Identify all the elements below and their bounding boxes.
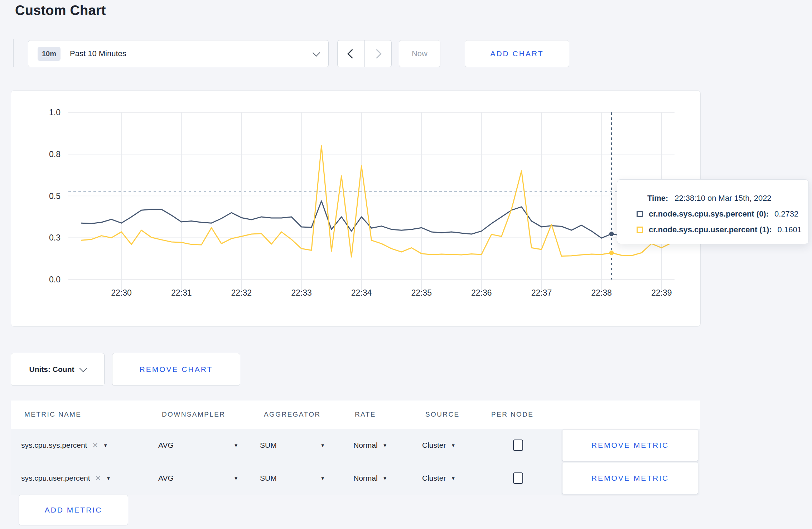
series-line [81, 146, 671, 257]
source-value: Cluster [422, 474, 446, 482]
tooltip-series-name: cr.node.sys.cpu.sys.percent (0): [649, 209, 769, 219]
metrics-table-header: METRIC NAME DOWNSAMPLER AGGREGATOR RATE … [11, 401, 700, 429]
table-row: sys.cpu.sys.percent ✕ ▼ AVG ▼ SUM ▼ Norm… [11, 429, 700, 462]
svg-text:22:34: 22:34 [351, 288, 372, 297]
tooltip-series-value: 0.2732 [774, 209, 798, 219]
downsampler-value: AVG [158, 474, 174, 482]
time-pager [337, 40, 392, 67]
caret-down-icon: ▼ [383, 443, 387, 448]
rate-value: Normal [353, 441, 378, 450]
tooltip-time-label: Time: [647, 194, 668, 203]
caret-down-icon: ▼ [234, 476, 238, 481]
chevron-down-icon [79, 364, 87, 372]
svg-text:22:35: 22:35 [411, 288, 432, 297]
time-range-label: Past 10 Minutes [70, 49, 314, 58]
svg-text:0.5: 0.5 [49, 191, 61, 201]
rate-select[interactable]: Normal ▼ [353, 429, 387, 462]
units-label: Units: Count [29, 365, 74, 374]
add-metric-button[interactable]: ADD METRIC [19, 495, 128, 525]
remove-metric-button[interactable]: REMOVE METRIC [562, 429, 698, 461]
toolbar-divider [13, 39, 14, 67]
per-node-checkbox[interactable] [513, 440, 523, 451]
col-header-metric-name: METRIC NAME [24, 411, 81, 418]
aggregator-value: SUM [260, 441, 277, 450]
col-header-downsampler: DOWNSAMPLER [162, 411, 225, 418]
svg-text:22:32: 22:32 [231, 288, 252, 297]
chevron-down-icon [313, 49, 320, 56]
col-header-per-node: PER NODE [491, 411, 533, 418]
col-header-aggregator: AGGREGATOR [264, 411, 320, 418]
source-select[interactable]: Cluster ▼ [422, 462, 455, 495]
caret-down-icon: ▼ [106, 476, 111, 481]
svg-text:22:36: 22:36 [471, 288, 492, 297]
units-select[interactable]: Units: Count [11, 353, 105, 386]
prev-time-button[interactable] [338, 40, 365, 67]
caret-down-icon: ▼ [451, 443, 456, 448]
chart-hover-tooltip: Time: 22:38:10 on Mar 15th, 2022 cr.node… [617, 179, 809, 244]
rate-value: Normal [353, 474, 378, 482]
source-select[interactable]: Cluster ▼ [422, 429, 455, 462]
caret-down-icon: ▼ [320, 443, 325, 448]
svg-text:0.8: 0.8 [49, 150, 61, 159]
page-title: Custom Chart [15, 3, 106, 18]
rate-select[interactable]: Normal ▼ [353, 462, 387, 495]
downsampler-select[interactable]: AVG ▼ [158, 462, 238, 495]
svg-text:22:31: 22:31 [171, 288, 192, 297]
svg-text:22:37: 22:37 [531, 288, 552, 297]
svg-text:22:33: 22:33 [291, 288, 312, 297]
caret-down-icon: ▼ [320, 476, 325, 481]
tooltip-series-name: cr.node.sys.cpu.user.percent (1): [649, 225, 772, 234]
remove-metric-button[interactable]: REMOVE METRIC [562, 462, 698, 494]
tooltip-series-row: cr.node.sys.cpu.user.percent (1): 0.1601 [637, 222, 808, 238]
tooltip-time-row: Time: 22:38:10 on Mar 15th, 2022 [637, 190, 808, 206]
time-scale-badge: 10m [38, 47, 61, 61]
chevron-left-icon [347, 49, 357, 59]
caret-down-icon: ▼ [234, 443, 238, 448]
downsampler-select[interactable]: AVG ▼ [158, 429, 238, 462]
tooltip-time-value: 22:38:10 on Mar 15th, 2022 [675, 194, 771, 203]
table-row: sys.cpu.user.percent ✕ ▼ AVG ▼ SUM ▼ Nor… [11, 462, 700, 495]
metric-name-value: sys.cpu.user.percent [21, 474, 90, 482]
per-node-checkbox[interactable] [513, 472, 523, 484]
caret-down-icon: ▼ [383, 476, 387, 481]
col-header-source: SOURCE [425, 411, 460, 418]
svg-text:22:38: 22:38 [591, 288, 612, 297]
series-swatch-icon [637, 227, 643, 233]
timeseries-plot[interactable]: 1.00.80.50.30.022:3022:3122:3222:3322:34… [11, 91, 700, 326]
clear-metric-icon[interactable]: ✕ [95, 474, 101, 482]
tooltip-series-row: cr.node.sys.cpu.sys.percent (0): 0.2732 [637, 206, 808, 222]
caret-down-icon: ▼ [451, 476, 456, 481]
time-range-select[interactable]: 10m Past 10 Minutes [28, 40, 329, 67]
aggregator-value: SUM [260, 474, 277, 482]
chart-card: 1.00.80.50.30.022:3022:3122:3222:3322:34… [11, 90, 701, 327]
source-value: Cluster [422, 441, 446, 450]
col-header-rate: RATE [355, 411, 376, 418]
svg-text:0.3: 0.3 [49, 233, 61, 242]
metrics-table: METRIC NAME DOWNSAMPLER AGGREGATOR RATE … [11, 401, 700, 495]
remove-chart-button[interactable]: REMOVE CHART [112, 353, 240, 386]
caret-down-icon: ▼ [103, 443, 108, 448]
next-time-button[interactable] [365, 40, 392, 67]
aggregator-select[interactable]: SUM ▼ [260, 429, 325, 462]
metric-name-value: sys.cpu.sys.percent [21, 441, 87, 450]
tooltip-series-value: 0.1601 [778, 225, 802, 234]
svg-text:1.0: 1.0 [49, 108, 61, 117]
add-chart-button[interactable]: ADD CHART [465, 40, 569, 67]
aggregator-select[interactable]: SUM ▼ [260, 462, 325, 495]
svg-text:22:39: 22:39 [651, 288, 672, 297]
svg-text:22:30: 22:30 [111, 288, 132, 297]
metric-name-select[interactable]: sys.cpu.user.percent ✕ ▼ [21, 462, 111, 495]
svg-text:0.0: 0.0 [49, 275, 61, 284]
series-line [81, 201, 671, 238]
now-button[interactable]: Now [399, 40, 440, 67]
chevron-right-icon [372, 49, 382, 59]
series-swatch-icon [637, 211, 643, 217]
clear-metric-icon[interactable]: ✕ [92, 441, 98, 450]
downsampler-value: AVG [158, 441, 174, 450]
metric-name-select[interactable]: sys.cpu.sys.percent ✕ ▼ [21, 429, 108, 462]
